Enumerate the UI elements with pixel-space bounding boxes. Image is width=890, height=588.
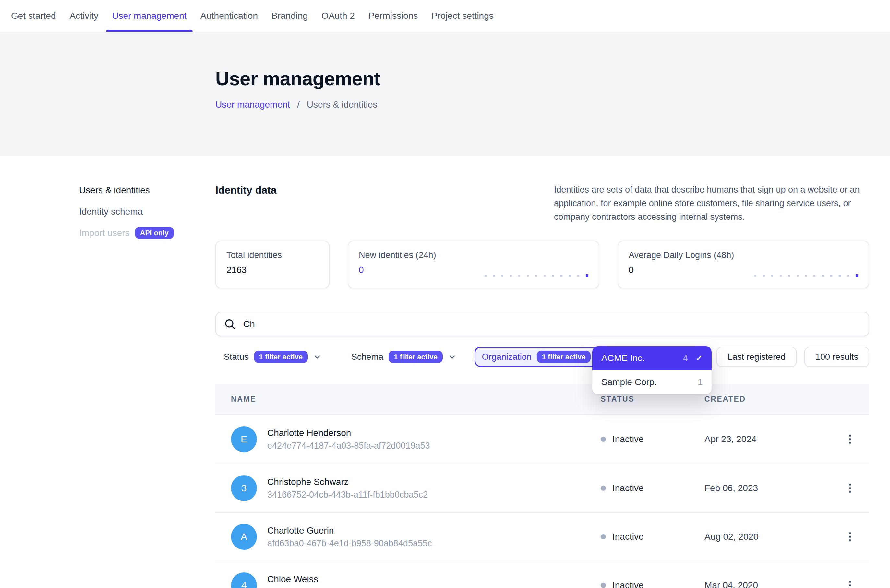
stat-card-new-identities: New identities (24h) 0 [348, 240, 599, 288]
filter-schema-active-badge: 1 filter active [389, 351, 443, 363]
api-only-badge: API only [135, 227, 174, 239]
avatar: 3 [231, 475, 257, 501]
breadcrumb-current: Users & identities [307, 99, 377, 110]
search-icon [224, 319, 236, 330]
identities-table: NAME STATUS CREATED E Charlotte Henderso… [215, 384, 869, 588]
nav-tab-get-started[interactable]: Get started [11, 0, 57, 32]
chevron-down-icon [313, 352, 322, 361]
page-header: User management User management / Users … [0, 32, 890, 156]
row-menu-button[interactable] [846, 528, 854, 545]
stat-value: 0 [628, 265, 858, 275]
filter-status[interactable]: Status 1 filter active [224, 351, 322, 363]
sort-select[interactable]: Last registered [717, 347, 797, 367]
status-dot [601, 534, 606, 539]
table-row[interactable]: 3 Christophe Schwarz 34166752-04cb-443b-… [215, 464, 869, 512]
table-header: NAME STATUS CREATED [215, 384, 869, 415]
dropdown-option-label: Sample Corp. [601, 377, 698, 387]
dropdown-option-count: 1 [698, 377, 702, 387]
table-row[interactable]: E Charlotte Henderson e424e774-4187-4a03… [215, 415, 869, 464]
organization-dropdown: ACME Inc. 4 ✓ Sample Corp. 1 [592, 346, 712, 394]
main-panel: Identity data Identities are sets of dat… [215, 156, 869, 588]
nav-tab-user-management[interactable]: User management [111, 0, 187, 32]
identity-id: e424e774-4187-4a03-85fa-af72d0019a53 [267, 441, 430, 451]
filter-status-label: Status [224, 352, 249, 362]
stat-label: New identities (24h) [359, 250, 588, 260]
identity-id: 34166752-04cb-443b-a11f-fb1bb0cba5c2 [267, 490, 428, 500]
breadcrumb-separator: / [297, 99, 300, 110]
nav-tab-project-settings[interactable]: Project settings [431, 0, 494, 32]
status-badge: Inactive [612, 434, 644, 444]
sidebar-item-users-identities[interactable]: Users & identities [79, 183, 206, 197]
content-area: Users & identities Identity schema Impor… [0, 156, 890, 588]
section-description: Identities are sets of data that describ… [554, 183, 869, 224]
stat-card-total-identities: Total identities 2163 [215, 240, 329, 288]
check-icon: ✓ [695, 353, 702, 363]
created-date: Feb 06, 2023 [705, 483, 830, 494]
stat-label: Total identities [226, 250, 319, 260]
filter-organization-label: Organization [482, 352, 532, 362]
filter-organization[interactable]: Organization 1 filter active [475, 347, 612, 367]
sparkline [484, 275, 579, 277]
dropdown-option-label: ACME Inc. [601, 353, 683, 363]
page-size-select[interactable]: 100 results [804, 347, 869, 367]
filter-status-active-badge: 1 filter active [254, 351, 308, 363]
sidebar-item-import-users-label: Import users [79, 228, 130, 238]
stat-value: 2163 [226, 265, 319, 275]
sidebar: Users & identities Identity schema Impor… [79, 183, 206, 248]
identity-id: afd63ba0-467b-4e1d-b958-90ab84d5a55c [267, 538, 432, 549]
nav-tab-authentication[interactable]: Authentication [200, 0, 259, 32]
status-badge: Inactive [612, 532, 644, 542]
status-badge: Inactive [612, 580, 644, 588]
sidebar-item-identity-schema[interactable]: Identity schema [79, 205, 206, 219]
identity-id: 4e3d53af-6b00-459c-a2e0-a18058739243 [267, 587, 432, 588]
page-title: User management [215, 68, 890, 90]
created-date: Mar 04, 2020 [705, 580, 830, 588]
stat-label: Average Daily Logins (48h) [628, 250, 858, 260]
status-dot [601, 436, 606, 442]
nav-tab-branding[interactable]: Branding [271, 0, 308, 32]
sidebar-item-import-users[interactable]: Import usersAPI only [79, 226, 206, 240]
table-row[interactable]: 4 Chloe Weiss 4e3d53af-6b00-459c-a2e0-a1… [215, 561, 869, 588]
stat-cards: Total identities 2163 New identities (24… [215, 240, 869, 288]
dropdown-option-sample-corp[interactable]: Sample Corp. 1 [592, 370, 712, 394]
nav-tab-oauth2[interactable]: OAuth 2 [321, 0, 355, 32]
stat-card-average-daily-logins: Average Daily Logins (48h) 0 [618, 240, 869, 288]
status-dot [601, 486, 606, 491]
top-nav: Get started Activity User management Aut… [0, 0, 890, 32]
created-date: Aug 02, 2020 [705, 532, 830, 542]
section-head: Identity data Identities are sets of dat… [215, 183, 869, 224]
column-header-created: CREATED [705, 395, 830, 404]
nav-tab-permissions[interactable]: Permissions [368, 0, 418, 32]
row-menu-button[interactable] [846, 577, 854, 588]
chevron-down-icon [448, 352, 456, 361]
identity-name: Charlotte Guerin [267, 525, 432, 536]
identity-name: Charlotte Henderson [267, 428, 430, 438]
breadcrumb-link-user-management[interactable]: User management [215, 99, 290, 110]
avatar: 4 [231, 573, 257, 588]
breadcrumb: User management / Users & identities [215, 99, 890, 110]
created-date: Apr 23, 2024 [705, 434, 830, 444]
row-menu-button[interactable] [846, 431, 854, 448]
row-menu-button[interactable] [846, 480, 854, 496]
avatar: A [231, 524, 257, 550]
filter-organization-active-badge: 1 filter active [537, 351, 591, 363]
status-dot [601, 583, 606, 588]
nav-tab-activity[interactable]: Activity [69, 0, 99, 32]
identity-name: Chloe Weiss [267, 574, 432, 584]
section-title: Identity data [215, 184, 276, 196]
status-badge: Inactive [612, 483, 644, 494]
search-input[interactable] [242, 318, 860, 330]
identity-name: Christophe Schwarz [267, 477, 428, 487]
dropdown-option-count: 4 [683, 353, 688, 363]
avatar: E [231, 426, 257, 452]
column-header-name: NAME [231, 395, 601, 404]
search-bar [215, 312, 869, 336]
column-header-status: STATUS [601, 395, 705, 404]
stat-value: 0 [359, 265, 588, 275]
sparkline [755, 275, 849, 277]
filter-schema-label: Schema [351, 352, 383, 362]
table-row[interactable]: A Charlotte Guerin afd63ba0-467b-4e1d-b9… [215, 512, 869, 561]
dropdown-option-acme-inc[interactable]: ACME Inc. 4 ✓ [592, 346, 712, 370]
filter-schema[interactable]: Schema 1 filter active [351, 351, 456, 363]
filter-row: Status 1 filter active Schema 1 filter a… [215, 347, 869, 367]
